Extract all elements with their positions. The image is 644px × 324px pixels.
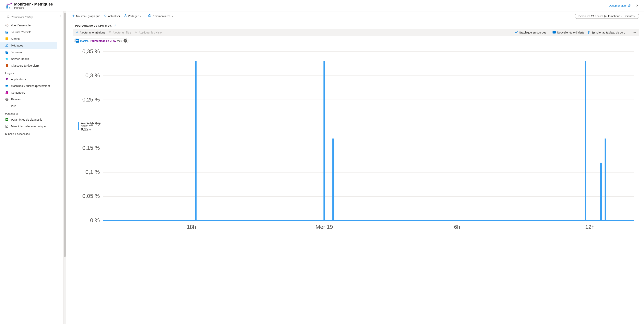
svg-text:18h: 18h [187,224,196,230]
svg-point-34 [6,106,6,106]
sidebar-item[interactable]: Réseau [0,96,57,103]
svg-text:0,3 %: 0,3 % [85,72,100,78]
time-range-selector[interactable]: Dernières 24 heures (automatique - 5 min… [575,14,639,19]
more-options-button[interactable]: ⋯ [632,30,637,35]
alert-rule-icon [552,31,556,34]
chevron-down-icon: ⌄ [626,31,628,34]
share-icon [124,14,127,18]
pin-to-dashboard-button[interactable]: Épingler au tableau de bord ⌄ [588,31,628,34]
edit-title-button[interactable] [114,24,116,27]
smile-icon [148,14,151,18]
vm-icon [5,84,9,88]
svg-rect-14 [6,46,6,47]
sidebar-item[interactable]: Vue d'ensemble [0,22,57,29]
scroll-thumb[interactable] [64,13,66,257]
new-alert-rule-button[interactable]: Nouvelle règle d'alerte [552,31,584,34]
bulb-icon [5,77,9,81]
svg-text:+: + [111,31,112,32]
search-input[interactable] [5,14,54,20]
svg-point-4 [7,16,9,17]
sidebar-item-label: Métriques [11,44,23,47]
sidebar-item[interactable]: Plus [0,103,57,109]
sidebar-item[interactable]: Paramètres de diagnostic [0,116,57,123]
diag-icon [5,118,9,121]
alert-icon: ! [5,37,9,41]
sidebar-item[interactable]: Métriques [0,42,57,49]
header: Moniteur - Métriques Microsoft Documenta… [0,0,644,12]
sidebar-item[interactable]: Applications [0,76,57,83]
plus-icon [72,14,75,18]
chart-type-selector[interactable]: Graphique en courbes ⌄ [515,31,550,35]
add-filter-button[interactable]: + Ajouter un filtre [108,31,131,35]
sidebar-item-label: Machines virtuelles (préversion) [11,84,50,87]
refresh-button[interactable]: Actualiser [103,14,120,19]
svg-line-5 [9,17,10,18]
svg-text:0 %: 0 % [90,217,100,223]
svg-point-36 [8,106,8,106]
metric-pill-resource: master, [80,39,89,42]
refresh-icon [104,14,107,18]
command-bar: Nouveau graphique Actualiser Partager ⌄ … [64,12,644,21]
page-title: Moniteur - Métriques [14,2,609,7]
svg-rect-1 [7,5,8,9]
sidebar: Vue d'ensembleJournal d'activité!Alertes… [0,12,57,324]
pin-icon [588,31,590,34]
svg-rect-25 [6,64,6,67]
sidebar-item[interactable]: Journaux [0,49,57,56]
sidebar-item-label: Conteneurs [11,91,25,94]
sidebar-item-label: Journaux [11,51,22,54]
metric-pill[interactable]: sql master, Pourcentage de CPU, Moy. ✕ [74,38,128,43]
containers-icon [5,91,9,94]
svg-point-30 [7,86,8,87]
sidebar-item-label: Applications [11,78,26,81]
add-metric-button[interactable]: Ajouter une métrique [75,31,105,35]
sidebar-item[interactable]: Service Health [0,56,57,62]
sidebar-item-label: Alertes [11,37,20,40]
remove-metric-button[interactable]: ✕ [124,39,127,43]
sidebar-item[interactable]: Classeurs (préversion) [0,62,57,69]
chevron-down-icon: ⌄ [548,31,549,34]
page-subtitle: Microsoft [14,7,609,9]
share-button[interactable]: Partager ⌄ [123,14,142,19]
nav-group-header: Paramètres [0,109,57,116]
svg-rect-23 [7,53,8,53]
documentation-link[interactable]: Documentation [609,4,630,7]
chart-plot[interactable]: 0 %0,05 %0,1 %0,15 %0,2 %0,25 %0,3 %0,35… [73,47,639,119]
feedback-button[interactable]: Commentaires ⌄ [148,14,174,19]
sidebar-item-label: Mise à l'échelle automatique [11,125,46,128]
apply-split-button[interactable]: Appliquer la division [134,31,163,35]
sidebar-item-label: Réseau [11,98,20,101]
sidebar-item[interactable]: Journal d'activité [0,29,57,36]
logs-icon [5,50,9,54]
svg-rect-2 [9,7,10,9]
svg-point-41 [148,15,151,17]
svg-point-42 [149,15,150,16]
svg-text:Mer 19: Mer 19 [316,224,333,230]
sidebar-item-label: Paramètres de diagnostic [11,118,42,121]
content-scrollbar[interactable]: ▴ [64,12,66,324]
svg-rect-21 [7,51,8,52]
sidebar-item-label: Service Health [11,57,29,61]
close-button[interactable]: ✕ [634,3,640,8]
collapse-sidebar-button[interactable]: « [60,14,61,324]
svg-point-35 [6,106,7,106]
workbook-icon [5,64,9,67]
svg-text:0,2 %: 0,2 % [85,120,100,127]
svg-rect-46 [552,31,556,34]
health-icon [5,57,9,61]
metric-pill-metric: Pourcentage de CPU, [90,39,116,42]
svg-text:6h: 6h [454,224,460,230]
sidebar-item[interactable]: Conteneurs [0,89,57,96]
sidebar-item-label: Journal d'activité [11,31,32,34]
svg-point-20 [6,53,6,53]
new-chart-button[interactable]: Nouveau graphique [72,14,100,19]
svg-rect-9 [6,31,8,32]
sidebar-item[interactable]: Mise à l'échelle automatique [0,123,57,130]
external-link-icon [628,4,630,7]
svg-point-18 [6,51,6,52]
svg-text:0,15 %: 0,15 % [82,145,100,151]
sidebar-item[interactable]: Machines virtuelles (préversion) [0,83,57,89]
sidebar-item[interactable]: !Alertes [0,36,57,42]
sql-icon: sql [76,39,79,43]
sidebar-item-label: Classeurs (préversion) [11,64,39,67]
